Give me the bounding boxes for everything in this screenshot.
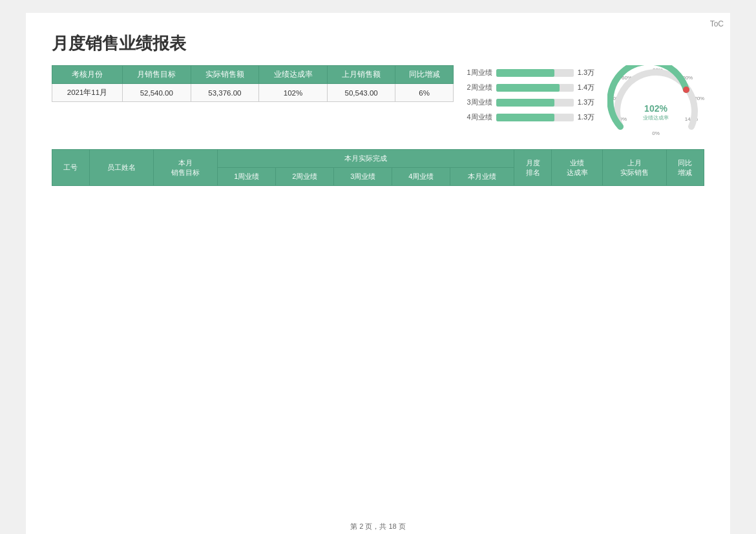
bar-fill-4 (496, 114, 554, 121)
bar-value-1: 1.3万 (578, 68, 594, 77)
th-week2: 2周业绩 (276, 168, 334, 186)
bar-label-3: 3周业绩 (467, 98, 492, 107)
summary-target: 52,540.00 (122, 84, 191, 102)
th-rate: 业绩达成率 (552, 150, 603, 186)
right-section: 1周业绩 1.3万 2周业绩 1.4万 3周业绩 1.3万 4周业绩 1.3万 (467, 65, 704, 136)
svg-text:0%: 0% (652, 130, 660, 136)
th-week1: 1周业绩 (218, 168, 276, 186)
th-week4: 4周业绩 (392, 168, 450, 186)
summary-table-wrap: 考核月份 月销售目标 实际销售额 业绩达成率 上月销售额 同比增减 2021年1… (52, 65, 454, 136)
col-header-yoy: 同比增减 (395, 66, 453, 84)
col-header-last: 上月销售额 (327, 66, 395, 84)
bar-chart: 1周业绩 1.3万 2周业绩 1.4万 3周业绩 1.3万 4周业绩 1.3万 (467, 65, 594, 122)
bar-value-3: 1.3万 (578, 98, 594, 107)
bar-row-1: 1周业绩 1.3万 (467, 68, 594, 77)
summary-yoy: 6% (395, 84, 453, 102)
svg-text:业绩达成率: 业绩达成率 (643, 115, 669, 121)
th-last-actual: 上月实际销售 (602, 150, 666, 186)
th-group-actual: 本月实际完成 (218, 150, 514, 168)
bar-track-1 (496, 69, 574, 77)
gauge-wrap: 0% 20% 40% 60% 80% 100% 120% 140% (607, 65, 704, 136)
bar-value-4: 1.3万 (578, 112, 594, 122)
empty-row (52, 186, 704, 509)
detail-table-wrap: 工号 员工姓名 本月销售目标 本月实际完成 月度排名 业绩达成率 上月实际销售 … (52, 149, 704, 509)
svg-text:102%: 102% (644, 103, 667, 114)
bar-row-3: 3周业绩 1.3万 (467, 98, 594, 107)
summary-rate: 102% (259, 84, 328, 102)
bar-row-4: 4周业绩 1.3万 (467, 112, 594, 122)
svg-point-8 (683, 87, 689, 93)
bar-label-4: 4周业绩 (467, 112, 492, 122)
col-header-rate: 业绩达成率 (259, 66, 328, 84)
th-week3: 3周业绩 (334, 168, 392, 186)
top-section: 考核月份 月销售目标 实际销售额 业绩达成率 上月销售额 同比增减 2021年1… (52, 65, 704, 136)
summary-row: 2021年11月 52,540.00 53,376.00 102% 50,543… (52, 84, 454, 102)
detail-table: 工号 员工姓名 本月销售目标 本月实际完成 月度排名 业绩达成率 上月实际销售 … (52, 149, 704, 509)
toc-badge: ToC (710, 19, 724, 28)
bar-track-4 (496, 114, 574, 121)
page-footer: 第 2 页，共 18 页 (52, 522, 704, 531)
col-header-target: 月销售目标 (122, 66, 191, 84)
page-title: 月度销售业绩报表 (52, 32, 704, 55)
th-id: 工号 (52, 150, 90, 186)
th-month-actual: 本月业绩 (450, 168, 514, 186)
bar-row-2: 2周业绩 1.4万 (467, 83, 594, 92)
th-month-target: 本月销售目标 (154, 150, 218, 186)
bar-fill-3 (496, 99, 554, 107)
summary-table: 考核月份 月销售目标 实际销售额 业绩达成率 上月销售额 同比增减 2021年1… (52, 65, 454, 102)
bar-fill-1 (496, 69, 554, 77)
gauge-svg: 0% 20% 40% 60% 80% 100% 120% 140% (607, 65, 704, 136)
bar-label-2: 2周业绩 (467, 83, 492, 92)
th-rank: 月度排名 (514, 150, 552, 186)
bar-value-2: 1.4万 (578, 83, 594, 92)
th-name: 员工姓名 (89, 150, 153, 186)
bar-fill-2 (496, 84, 560, 92)
col-header-actual: 实际销售额 (191, 66, 259, 84)
bar-label-1: 1周业绩 (467, 68, 492, 77)
bar-track-2 (496, 84, 574, 92)
col-header-month: 考核月份 (52, 66, 123, 84)
th-yoy: 同比增减 (666, 150, 704, 186)
summary-month: 2021年11月 (52, 84, 123, 102)
summary-actual: 53,376.00 (191, 84, 259, 102)
bar-track-3 (496, 99, 574, 107)
summary-last: 50,543.00 (327, 84, 395, 102)
